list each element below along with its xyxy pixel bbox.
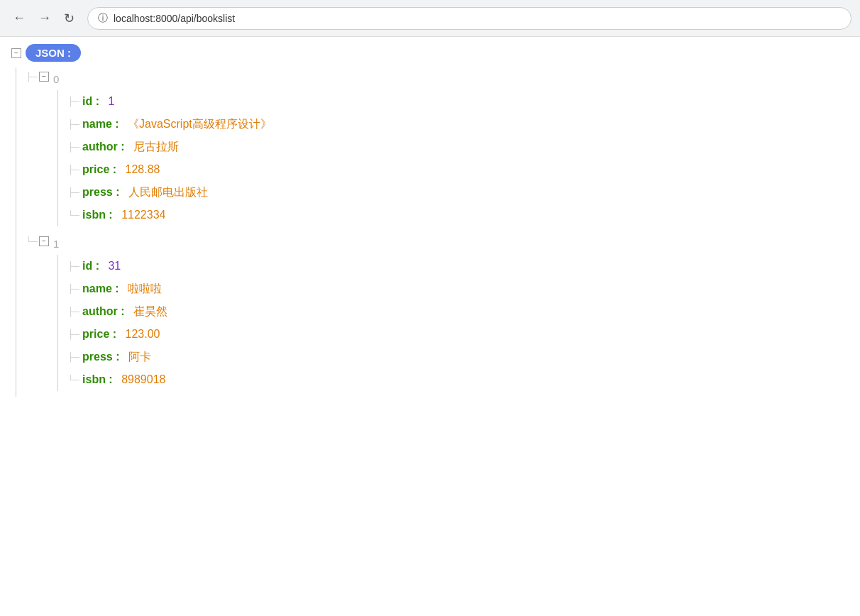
item0-price-colon: :	[109, 163, 119, 176]
item1-author-val: 崔昊然	[133, 304, 167, 319]
item1-id-val: 31	[108, 260, 121, 273]
item0-isbn-key: isbn	[82, 209, 106, 221]
item1-press-row: ├─ press : 阿卡	[67, 346, 849, 368]
info-icon: ⓘ	[98, 12, 108, 25]
item1-press-colon: :	[113, 351, 123, 363]
item1-price-val: 123.00	[126, 328, 160, 341]
item0-name-row: ├─ name : 《JavaScript高级程序设计》	[67, 113, 849, 136]
item1-id-colon: :	[92, 260, 102, 273]
item1-isbn-row: └─ isbn : 8989018	[67, 368, 849, 391]
item1-name-key: name	[82, 282, 112, 295]
reload-button[interactable]: ↻	[60, 8, 79, 29]
item0-press-row: ├─ press : 人民邮电出版社	[67, 181, 849, 204]
item1-price-key: price	[82, 328, 109, 341]
forward-button[interactable]: →	[34, 8, 55, 28]
item0-id-val: 1	[108, 95, 114, 108]
item0-id-colon: :	[92, 95, 102, 108]
item0-press-colon: :	[113, 186, 123, 199]
item1-price-colon: :	[109, 328, 119, 341]
item0-author-row: ├─ author : 尼古拉斯	[67, 136, 849, 158]
address-bar[interactable]: ⓘ localhost:8000/api/bookslist	[87, 7, 851, 30]
item1-author-colon: :	[118, 305, 128, 318]
nav-buttons: ← → ↻	[9, 8, 79, 29]
item0-id-key: id	[82, 95, 92, 108]
item0-price-row: ├─ price : 128.88	[67, 158, 849, 181]
item0-press-key: press	[82, 186, 113, 199]
item0-name-key: name	[82, 118, 112, 131]
item0-isbn-val: 1122334	[121, 209, 165, 221]
item0-author-key: author	[82, 141, 118, 153]
item1-collapse-btn[interactable]: −	[39, 236, 49, 246]
array-item-0: ├─ − 0 ├─ id	[26, 67, 849, 226]
item0-name-colon: :	[112, 118, 122, 131]
json-viewer: − JSON : ├─ − 0	[0, 37, 860, 404]
array-item-1: └─ − 1 ├─ id	[26, 232, 849, 391]
item1-author-key: author	[82, 305, 118, 318]
item0-author-val: 尼古拉斯	[133, 140, 179, 155]
item0-index: 0	[53, 73, 59, 85]
item0-press-val: 人民邮电出版社	[128, 185, 208, 200]
item1-press-key: press	[82, 351, 113, 363]
item0-isbn-colon: :	[106, 209, 116, 221]
item1-name-val: 啦啦啦	[128, 282, 162, 297]
item1-id-row: ├─ id : 31	[67, 255, 849, 277]
item0-price-val: 128.88	[126, 163, 160, 176]
item1-isbn-key: isbn	[82, 373, 106, 386]
item1-author-row: ├─ author : 崔昊然	[67, 300, 849, 323]
item1-id-key: id	[82, 260, 92, 273]
item0-collapse-btn[interactable]: −	[39, 72, 49, 82]
item1-isbn-colon: :	[106, 373, 116, 386]
url-text: localhost:8000/api/bookslist	[114, 13, 235, 24]
item1-name-row: ├─ name : 啦啦啦	[67, 277, 849, 300]
item1-name-colon: :	[112, 282, 122, 295]
back-button[interactable]: ←	[9, 8, 30, 28]
item0-id-row: ├─ id : 1	[67, 90, 849, 113]
item1-price-row: ├─ price : 123.00	[67, 323, 849, 346]
item1-press-val: 阿卡	[128, 350, 151, 365]
json-badge: JSON :	[26, 44, 81, 62]
item1-index: 1	[53, 238, 59, 250]
item0-name-val: 《JavaScript高级程序设计》	[128, 117, 272, 132]
item1-isbn-val: 8989018	[121, 373, 165, 386]
root-collapse-btn[interactable]: −	[11, 48, 21, 58]
item0-isbn-row: └─ isbn : 1122334	[67, 204, 849, 226]
browser-chrome: ← → ↻ ⓘ localhost:8000/api/bookslist	[0, 0, 860, 37]
item0-author-colon: :	[118, 141, 128, 153]
item0-price-key: price	[82, 163, 109, 176]
